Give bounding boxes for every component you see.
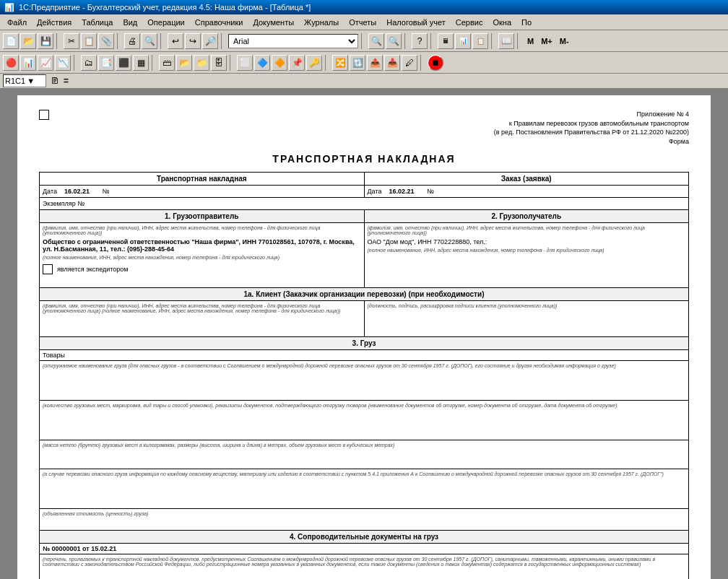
section3-header: 3. Груз <box>40 337 689 350</box>
menu-table[interactable]: Таблица <box>77 17 117 28</box>
menu-actions[interactable]: Действия <box>32 17 76 28</box>
tb2-btn17[interactable]: 🔑 <box>306 55 322 71</box>
open-button[interactable]: 📂 <box>20 33 36 49</box>
separator-2 <box>117 33 121 49</box>
cargo-small5: (объявленная стоимость (ценность) груза) <box>43 511 685 516</box>
tb2-btn8[interactable]: ▦ <box>133 55 149 71</box>
separator-9 <box>517 33 521 49</box>
tb2-btn18[interactable]: 🔀 <box>332 55 348 71</box>
tb2-btn12[interactable]: 🗄 <box>211 55 227 71</box>
cell-reference[interactable]: R1C1 ▼ <box>3 74 46 87</box>
app-icon: 📊 <box>4 3 14 12</box>
menu-view[interactable]: Вид <box>118 17 142 28</box>
client-right-cell: (должность, подпись, расшифровка подписи… <box>364 301 689 337</box>
doc-desc-cell: (перечень, прилагаемых к транспортной на… <box>40 554 689 579</box>
header-line4: Форма <box>39 137 689 147</box>
no-label-1: № <box>103 188 110 195</box>
tb2-btn22[interactable]: 🖊 <box>402 55 417 71</box>
book-button[interactable]: 📖 <box>498 33 514 49</box>
tb2-btn13[interactable]: ⬜ <box>237 55 253 71</box>
table-icon[interactable]: 📋 <box>472 33 488 49</box>
cargo-small2: (количество грузовых мест, маркировка, в… <box>43 403 685 408</box>
find-button[interactable]: 🔎 <box>202 33 218 49</box>
menu-windows[interactable]: Окна <box>488 17 516 28</box>
date-value-1: 16.02.21 <box>64 188 90 195</box>
menu-operations[interactable]: Операции <box>143 17 188 28</box>
tb2-btn5[interactable]: 🗂 <box>81 55 97 71</box>
tb2-btn1[interactable]: 🔴 <box>3 55 19 71</box>
tb2-sep5 <box>420 55 425 71</box>
tb2-btn6[interactable]: 📑 <box>98 55 114 71</box>
header-line2: к Правилам перевозок грузов автомобильны… <box>39 119 689 129</box>
cargo-small1: (отгружаемое наименование груза (для опа… <box>43 363 685 368</box>
preview-button[interactable]: 🔍 <box>142 33 157 49</box>
zayavka-date-row: Дата 16.02.21 № <box>364 186 689 198</box>
receiver-small-label: (фамилия, имя, отчество (при наличии), И… <box>368 225 686 235</box>
document-header-right: Приложение № 4 к Правилам перевозок груз… <box>39 110 689 146</box>
separator-5 <box>361 33 365 49</box>
equals-icon[interactable]: = <box>62 76 70 86</box>
tb2-btn4[interactable]: 📉 <box>55 55 71 71</box>
tb2-btn23[interactable]: ⏹ <box>428 55 443 71</box>
tb2-btn21[interactable]: 📥 <box>384 55 400 71</box>
tb2-btn2[interactable]: 📊 <box>20 55 36 71</box>
redo-button[interactable]: ↪ <box>185 33 201 49</box>
section2-header: 2. Грузополучатель <box>364 210 689 223</box>
doc-number-cell: № 00000001 от 15.02.21 <box>40 544 689 554</box>
calc-button[interactable]: 🖩 <box>438 33 454 49</box>
font-combo[interactable]: Arial <box>228 34 358 48</box>
menu-to[interactable]: По <box>517 17 536 28</box>
tb2-btn16[interactable]: 📌 <box>289 55 305 71</box>
save-button[interactable]: 💾 <box>38 33 53 49</box>
sender-cell: (фамилия, имя, отчество (при наличии), И… <box>40 223 365 288</box>
tb2-btn19[interactable]: 🔃 <box>350 55 365 71</box>
zoom-out-icon[interactable]: 🔍 <box>368 33 384 49</box>
doc-number: № 00000001 от 15.02.21 <box>43 545 116 552</box>
calc2-button[interactable]: 📊 <box>455 33 471 49</box>
date-label-1: Дата <box>43 188 57 195</box>
receiver-full-info: ОАО "Дом мод", ИНН 7702228880, тел.: <box>368 238 686 245</box>
print-button[interactable]: 🖨 <box>124 33 140 49</box>
top-checkbox[interactable] <box>39 110 49 120</box>
separator-7 <box>430 33 435 49</box>
mplus-label: M+ <box>538 37 555 45</box>
sender-small-label2: (полное наименование, ИНН, адрес места н… <box>43 255 361 260</box>
tb2-btn10[interactable]: 📂 <box>176 55 192 71</box>
tb2-btn14[interactable]: 🔷 <box>254 55 270 71</box>
new-button[interactable]: 📄 <box>3 33 19 49</box>
tb2-btn20[interactable]: 📤 <box>367 55 383 71</box>
cut-button[interactable]: ✂ <box>64 33 79 49</box>
copy-button[interactable]: 📋 <box>81 33 97 49</box>
document-area[interactable]: Приложение № 4 к Правилам перевозок груз… <box>0 90 728 579</box>
tb2-btn9[interactable]: 🗃 <box>159 55 175 71</box>
menu-references[interactable]: Справочники <box>191 17 248 28</box>
menu-journals[interactable]: Журналы <box>300 17 343 28</box>
doc-small: (перечень, прилагаемых к транспортной на… <box>43 557 685 567</box>
expeditor-checkbox[interactable] <box>43 264 53 274</box>
menu-documents[interactable]: Документы <box>248 17 298 28</box>
help-button[interactable]: ? <box>412 33 428 49</box>
tb2-sep3 <box>230 55 234 71</box>
section1a-header: 1а. Клиент (Заказчик организации перевоз… <box>40 288 689 301</box>
dropdown-icon[interactable]: ▼ <box>27 77 35 85</box>
undo-button[interactable]: ↩ <box>168 33 183 49</box>
menu-file[interactable]: Файл <box>3 17 31 28</box>
tb2-btn3[interactable]: 📈 <box>38 55 53 71</box>
tb2-btn11[interactable]: 📁 <box>194 55 209 71</box>
header-line3: (в ред. Постановления Правительства РФ о… <box>39 128 689 137</box>
no-label-2: № <box>427 188 434 195</box>
insert-icon[interactable]: 🖹 <box>49 76 61 86</box>
menu-service[interactable]: Сервис <box>451 17 488 28</box>
menu-reports[interactable]: Отчеты <box>344 17 381 28</box>
exemplar-row: Экземпляр № <box>40 198 689 210</box>
cargo-label: Товары <box>43 352 65 359</box>
menu-tax[interactable]: Налоговый учет <box>382 17 450 28</box>
tb2-btn15[interactable]: 🔶 <box>272 55 287 71</box>
paste-button[interactable]: 📎 <box>98 33 114 49</box>
title-text: 1С:Предприятие - Бухгалтерский учет, ред… <box>19 3 311 12</box>
zoom-in-icon[interactable]: 🔍 <box>386 33 402 49</box>
separator-6 <box>404 33 409 49</box>
separator-4 <box>221 33 225 49</box>
tb2-btn7[interactable]: ⬛ <box>116 55 131 71</box>
document-title: ТРАНСПОРТНАЯ НАКЛАДНАЯ <box>39 153 689 165</box>
